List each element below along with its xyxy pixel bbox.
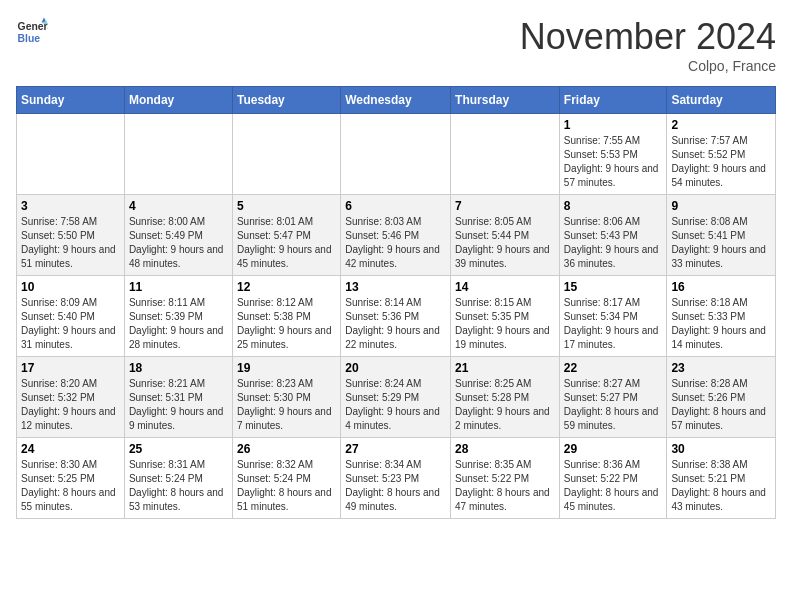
weekday-header: Thursday (451, 87, 560, 114)
day-number: 21 (455, 361, 555, 375)
calendar-cell: 11Sunrise: 8:11 AM Sunset: 5:39 PM Dayli… (124, 276, 232, 357)
day-info: Sunrise: 8:27 AM Sunset: 5:27 PM Dayligh… (564, 377, 663, 433)
calendar-week-row: 1Sunrise: 7:55 AM Sunset: 5:53 PM Daylig… (17, 114, 776, 195)
day-info: Sunrise: 8:12 AM Sunset: 5:38 PM Dayligh… (237, 296, 336, 352)
day-info: Sunrise: 8:21 AM Sunset: 5:31 PM Dayligh… (129, 377, 228, 433)
day-info: Sunrise: 8:23 AM Sunset: 5:30 PM Dayligh… (237, 377, 336, 433)
day-number: 27 (345, 442, 446, 456)
calendar-cell: 13Sunrise: 8:14 AM Sunset: 5:36 PM Dayli… (341, 276, 451, 357)
day-number: 16 (671, 280, 771, 294)
day-info: Sunrise: 8:32 AM Sunset: 5:24 PM Dayligh… (237, 458, 336, 514)
calendar-cell: 25Sunrise: 8:31 AM Sunset: 5:24 PM Dayli… (124, 438, 232, 519)
day-number: 24 (21, 442, 120, 456)
svg-text:General: General (18, 21, 48, 32)
calendar-week-row: 3Sunrise: 7:58 AM Sunset: 5:50 PM Daylig… (17, 195, 776, 276)
day-number: 7 (455, 199, 555, 213)
calendar-cell (341, 114, 451, 195)
calendar-cell: 23Sunrise: 8:28 AM Sunset: 5:26 PM Dayli… (667, 357, 776, 438)
calendar-cell: 15Sunrise: 8:17 AM Sunset: 5:34 PM Dayli… (559, 276, 667, 357)
day-number: 25 (129, 442, 228, 456)
title-area: November 2024 Colpo, France (520, 16, 776, 74)
day-info: Sunrise: 8:15 AM Sunset: 5:35 PM Dayligh… (455, 296, 555, 352)
day-number: 26 (237, 442, 336, 456)
day-number: 15 (564, 280, 663, 294)
day-info: Sunrise: 8:30 AM Sunset: 5:25 PM Dayligh… (21, 458, 120, 514)
day-number: 18 (129, 361, 228, 375)
calendar-cell: 7Sunrise: 8:05 AM Sunset: 5:44 PM Daylig… (451, 195, 560, 276)
calendar-cell: 30Sunrise: 8:38 AM Sunset: 5:21 PM Dayli… (667, 438, 776, 519)
day-info: Sunrise: 8:31 AM Sunset: 5:24 PM Dayligh… (129, 458, 228, 514)
day-info: Sunrise: 8:24 AM Sunset: 5:29 PM Dayligh… (345, 377, 446, 433)
calendar-cell: 1Sunrise: 7:55 AM Sunset: 5:53 PM Daylig… (559, 114, 667, 195)
day-number: 2 (671, 118, 771, 132)
day-info: Sunrise: 8:01 AM Sunset: 5:47 PM Dayligh… (237, 215, 336, 271)
month-title: November 2024 (520, 16, 776, 58)
weekday-header-row: SundayMondayTuesdayWednesdayThursdayFrid… (17, 87, 776, 114)
calendar-cell: 27Sunrise: 8:34 AM Sunset: 5:23 PM Dayli… (341, 438, 451, 519)
day-info: Sunrise: 7:55 AM Sunset: 5:53 PM Dayligh… (564, 134, 663, 190)
weekday-header: Saturday (667, 87, 776, 114)
day-number: 8 (564, 199, 663, 213)
day-info: Sunrise: 8:38 AM Sunset: 5:21 PM Dayligh… (671, 458, 771, 514)
day-info: Sunrise: 8:25 AM Sunset: 5:28 PM Dayligh… (455, 377, 555, 433)
calendar-cell: 29Sunrise: 8:36 AM Sunset: 5:22 PM Dayli… (559, 438, 667, 519)
day-number: 20 (345, 361, 446, 375)
logo-icon: General Blue (16, 16, 48, 48)
day-info: Sunrise: 8:05 AM Sunset: 5:44 PM Dayligh… (455, 215, 555, 271)
day-number: 23 (671, 361, 771, 375)
calendar-cell: 2Sunrise: 7:57 AM Sunset: 5:52 PM Daylig… (667, 114, 776, 195)
calendar-cell (17, 114, 125, 195)
day-number: 13 (345, 280, 446, 294)
calendar-cell: 18Sunrise: 8:21 AM Sunset: 5:31 PM Dayli… (124, 357, 232, 438)
location: Colpo, France (520, 58, 776, 74)
day-number: 19 (237, 361, 336, 375)
day-number: 3 (21, 199, 120, 213)
day-info: Sunrise: 8:06 AM Sunset: 5:43 PM Dayligh… (564, 215, 663, 271)
day-number: 5 (237, 199, 336, 213)
day-number: 14 (455, 280, 555, 294)
calendar-week-row: 24Sunrise: 8:30 AM Sunset: 5:25 PM Dayli… (17, 438, 776, 519)
calendar-cell: 28Sunrise: 8:35 AM Sunset: 5:22 PM Dayli… (451, 438, 560, 519)
weekday-header: Tuesday (232, 87, 340, 114)
day-info: Sunrise: 8:11 AM Sunset: 5:39 PM Dayligh… (129, 296, 228, 352)
day-info: Sunrise: 8:03 AM Sunset: 5:46 PM Dayligh… (345, 215, 446, 271)
calendar-cell: 26Sunrise: 8:32 AM Sunset: 5:24 PM Dayli… (232, 438, 340, 519)
calendar-cell: 9Sunrise: 8:08 AM Sunset: 5:41 PM Daylig… (667, 195, 776, 276)
calendar-cell: 6Sunrise: 8:03 AM Sunset: 5:46 PM Daylig… (341, 195, 451, 276)
day-number: 12 (237, 280, 336, 294)
day-number: 1 (564, 118, 663, 132)
weekday-header: Friday (559, 87, 667, 114)
day-number: 10 (21, 280, 120, 294)
calendar-cell: 5Sunrise: 8:01 AM Sunset: 5:47 PM Daylig… (232, 195, 340, 276)
day-info: Sunrise: 8:17 AM Sunset: 5:34 PM Dayligh… (564, 296, 663, 352)
calendar-cell: 21Sunrise: 8:25 AM Sunset: 5:28 PM Dayli… (451, 357, 560, 438)
day-number: 29 (564, 442, 663, 456)
day-number: 17 (21, 361, 120, 375)
day-info: Sunrise: 8:34 AM Sunset: 5:23 PM Dayligh… (345, 458, 446, 514)
day-info: Sunrise: 8:09 AM Sunset: 5:40 PM Dayligh… (21, 296, 120, 352)
logo: General Blue (16, 16, 48, 48)
calendar-cell (232, 114, 340, 195)
calendar-week-row: 10Sunrise: 8:09 AM Sunset: 5:40 PM Dayli… (17, 276, 776, 357)
calendar-cell: 16Sunrise: 8:18 AM Sunset: 5:33 PM Dayli… (667, 276, 776, 357)
calendar-week-row: 17Sunrise: 8:20 AM Sunset: 5:32 PM Dayli… (17, 357, 776, 438)
calendar-cell: 24Sunrise: 8:30 AM Sunset: 5:25 PM Dayli… (17, 438, 125, 519)
calendar-cell: 12Sunrise: 8:12 AM Sunset: 5:38 PM Dayli… (232, 276, 340, 357)
calendar-cell (451, 114, 560, 195)
day-number: 6 (345, 199, 446, 213)
day-info: Sunrise: 7:57 AM Sunset: 5:52 PM Dayligh… (671, 134, 771, 190)
day-info: Sunrise: 7:58 AM Sunset: 5:50 PM Dayligh… (21, 215, 120, 271)
day-info: Sunrise: 8:14 AM Sunset: 5:36 PM Dayligh… (345, 296, 446, 352)
day-number: 11 (129, 280, 228, 294)
day-info: Sunrise: 8:28 AM Sunset: 5:26 PM Dayligh… (671, 377, 771, 433)
day-info: Sunrise: 8:18 AM Sunset: 5:33 PM Dayligh… (671, 296, 771, 352)
svg-text:Blue: Blue (18, 33, 41, 44)
calendar-cell: 19Sunrise: 8:23 AM Sunset: 5:30 PM Dayli… (232, 357, 340, 438)
calendar-cell: 20Sunrise: 8:24 AM Sunset: 5:29 PM Dayli… (341, 357, 451, 438)
day-number: 30 (671, 442, 771, 456)
day-number: 28 (455, 442, 555, 456)
calendar-cell: 4Sunrise: 8:00 AM Sunset: 5:49 PM Daylig… (124, 195, 232, 276)
calendar-table: SundayMondayTuesdayWednesdayThursdayFrid… (16, 86, 776, 519)
calendar-cell: 8Sunrise: 8:06 AM Sunset: 5:43 PM Daylig… (559, 195, 667, 276)
day-number: 4 (129, 199, 228, 213)
